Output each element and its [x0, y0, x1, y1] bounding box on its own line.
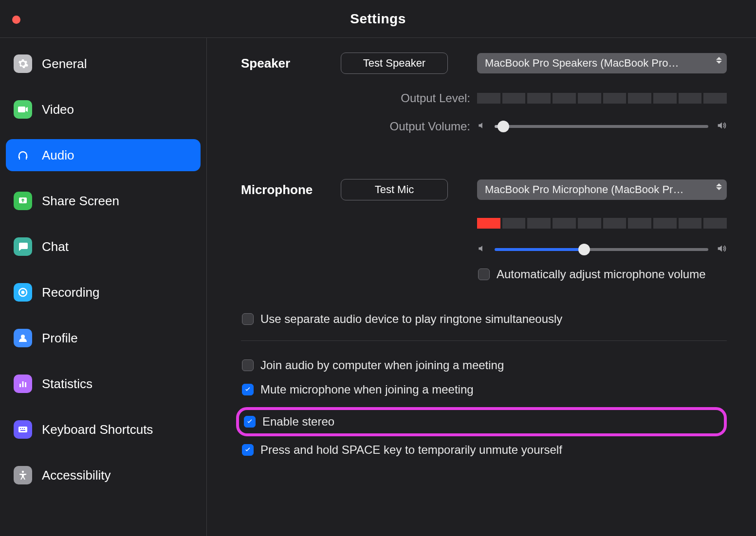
share-screen-icon	[14, 192, 32, 210]
microphone-device-select[interactable]: MacBook Pro Microphone (MacBook Pr…	[477, 179, 727, 200]
press-hold-space-checkbox[interactable]	[242, 444, 254, 456]
volume-low-icon	[477, 244, 487, 255]
titlebar: Settings	[0, 0, 756, 38]
close-window-button[interactable]	[12, 16, 20, 24]
sidebar-item-label: Share Screen	[42, 194, 119, 209]
test-mic-button[interactable]: Test Mic	[341, 179, 448, 200]
keyboard-icon	[14, 420, 32, 439]
sidebar-item-accessibility[interactable]: Accessibility	[6, 459, 201, 491]
headphones-icon	[14, 146, 32, 164]
svg-point-9	[22, 471, 24, 473]
test-speaker-button[interactable]: Test Speaker	[341, 53, 448, 74]
input-level-row	[241, 218, 727, 229]
input-volume-slider[interactable]	[477, 243, 727, 256]
input-volume-row	[241, 243, 727, 256]
svg-rect-4	[18, 427, 27, 432]
sidebar-item-label: Accessibility	[42, 468, 111, 483]
output-level-row: Output Level:	[241, 91, 727, 105]
video-icon	[14, 100, 32, 119]
sidebar-item-label: Recording	[42, 285, 100, 300]
window-title: Settings	[0, 11, 756, 27]
sidebar-item-statistics[interactable]: Statistics	[6, 368, 201, 400]
microphone-section-label: Microphone	[241, 182, 341, 197]
audio-settings-pane: Speaker Test Speaker MacBook Pro Speaker…	[207, 38, 756, 536]
sidebar-item-label: Video	[42, 102, 74, 117]
join-audio-row: Join audio by computer when joining a me…	[241, 358, 727, 372]
output-level-label: Output Level:	[241, 91, 477, 105]
enable-stereo-row: Enable stereo	[236, 407, 727, 436]
mute-on-join-label: Mute microphone when joining a meeting	[260, 383, 474, 396]
sidebar-item-recording[interactable]: Recording	[6, 276, 201, 308]
svg-rect-6	[22, 428, 23, 429]
join-audio-checkbox[interactable]	[242, 359, 254, 371]
microphone-device-value: MacBook Pro Microphone (MacBook Pr…	[485, 183, 683, 196]
sidebar-item-audio[interactable]: Audio	[6, 139, 201, 171]
enable-stereo-label: Enable stereo	[262, 415, 334, 429]
sidebar-item-chat[interactable]: Chat	[6, 231, 201, 263]
sidebar-item-label: Chat	[42, 239, 69, 254]
sidebar-item-keyboard-shortcuts[interactable]: Keyboard Shortcuts	[6, 413, 201, 446]
speaker-device-value: MacBook Pro Speakers (MacBook Pro…	[485, 57, 679, 70]
auto-adjust-label: Automatically adjust microphone volume	[497, 268, 706, 281]
mute-on-join-row: Mute microphone when joining a meeting	[241, 383, 727, 396]
microphone-row: Microphone Test Mic MacBook Pro Micropho…	[241, 179, 727, 200]
chat-icon	[14, 237, 32, 256]
output-volume-slider[interactable]	[477, 120, 727, 133]
chevron-updown-icon	[716, 57, 722, 64]
auto-adjust-mic-checkbox[interactable]	[478, 268, 490, 280]
svg-rect-8	[20, 430, 25, 431]
settings-window: Settings General Video Audio Share Scree…	[0, 0, 756, 536]
svg-rect-5	[20, 428, 21, 429]
sidebar-item-label: Statistics	[42, 376, 92, 392]
volume-low-icon	[477, 121, 487, 132]
body: General Video Audio Share Screen Chat Re…	[0, 38, 756, 536]
separate-ringtone-checkbox[interactable]	[242, 313, 254, 325]
output-volume-row: Output Volume:	[241, 120, 727, 133]
sidebar-item-label: Keyboard Shortcuts	[42, 422, 153, 437]
output-volume-label: Output Volume:	[241, 120, 477, 133]
sidebar-item-video[interactable]: Video	[6, 93, 201, 125]
window-controls	[12, 16, 20, 24]
statistics-icon	[14, 375, 32, 393]
profile-icon	[14, 329, 32, 347]
press-hold-space-label: Press and hold SPACE key to temporarily …	[260, 443, 562, 457]
speaker-row: Speaker Test Speaker MacBook Pro Speaker…	[241, 53, 727, 74]
auto-adjust-row: Automatically adjust microphone volume	[241, 268, 727, 281]
separate-ringtone-label: Use separate audio device to play ringto…	[260, 312, 562, 326]
auto-adjust-wrapper: Automatically adjust microphone volume	[477, 268, 706, 281]
separate-ringtone-row: Use separate audio device to play ringto…	[241, 312, 727, 326]
speaker-section-label: Speaker	[241, 56, 341, 71]
svg-point-3	[21, 335, 25, 339]
accessibility-icon	[14, 466, 32, 484]
sidebar-item-general[interactable]: General	[6, 48, 201, 80]
sidebar-item-label: Profile	[42, 331, 78, 346]
sidebar-item-share-screen[interactable]: Share Screen	[6, 185, 201, 217]
gear-icon	[14, 54, 32, 73]
chevron-updown-icon	[716, 183, 722, 190]
recording-icon	[14, 283, 32, 302]
enable-stereo-checkbox[interactable]	[244, 416, 256, 428]
mute-on-join-checkbox[interactable]	[242, 384, 254, 395]
press-hold-space-row: Press and hold SPACE key to temporarily …	[241, 443, 727, 457]
join-audio-label: Join audio by computer when joining a me…	[260, 358, 504, 372]
svg-rect-7	[24, 428, 25, 429]
svg-point-2	[21, 291, 25, 294]
sidebar: General Video Audio Share Screen Chat Re…	[0, 38, 207, 536]
input-level-meter	[477, 218, 727, 229]
volume-high-icon	[716, 120, 727, 133]
section-divider	[241, 340, 727, 341]
sidebar-item-label: Audio	[42, 148, 74, 163]
volume-high-icon	[716, 243, 727, 256]
sidebar-item-label: General	[42, 56, 87, 71]
sidebar-item-profile[interactable]: Profile	[6, 322, 201, 354]
speaker-device-select[interactable]: MacBook Pro Speakers (MacBook Pro…	[477, 53, 727, 73]
output-level-meter	[477, 93, 727, 104]
